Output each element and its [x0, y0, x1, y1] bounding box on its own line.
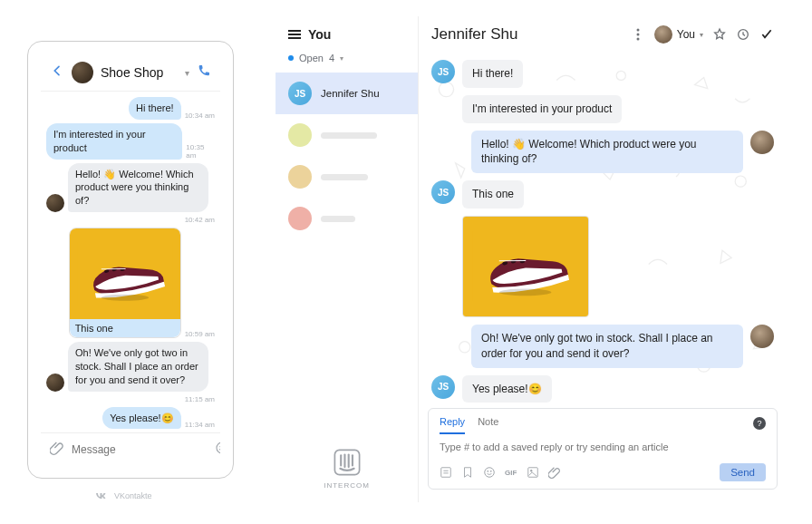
send-button[interactable]: Send [720, 463, 766, 481]
user-avatar: JS [431, 60, 455, 83]
shop-avatar-small [46, 194, 64, 212]
tab-reply[interactable]: Reply [440, 416, 465, 434]
chevron-down-icon: ▾ [340, 54, 343, 63]
conversation-header: Jennifer Shu You ▾ [419, 16, 787, 53]
composer-input[interactable] [440, 442, 766, 452]
chevron-down-icon[interactable]: ▾ [185, 68, 189, 78]
chat-title[interactable]: Shoe Shop [101, 65, 178, 80]
shop-avatar-small [46, 374, 64, 392]
placeholder-line [321, 174, 368, 180]
vk-logo-icon [95, 491, 110, 500]
intercom-brand-label: INTERCOM [324, 481, 370, 490]
user-avatar [288, 165, 312, 189]
snooze-icon[interactable] [736, 27, 750, 42]
timestamp: 11:15 am [185, 395, 215, 403]
vk-label: VKontakte [114, 491, 152, 500]
call-icon[interactable] [197, 63, 211, 82]
phone-mockup: Shoe Shop ▾ Hi there!10:34 am I'm intere… [27, 41, 234, 479]
tab-note[interactable]: Note [478, 416, 498, 434]
user-avatar [288, 123, 312, 147]
message-out: Oh! We've only got two in stock. Shall I… [471, 325, 743, 368]
image-message[interactable]: This one [69, 228, 181, 338]
shoe-image [463, 217, 588, 316]
message-input[interactable] [72, 443, 208, 456]
assignee-label: You [677, 28, 695, 41]
assignee-chip[interactable]: You ▾ [654, 25, 703, 44]
sidebar-header: You [276, 16, 418, 49]
svg-point-16 [636, 34, 639, 36]
chevron-down-icon: ▾ [700, 31, 703, 39]
message-in: This one [462, 180, 524, 209]
conversation-list: JS Jennifer Shu [276, 73, 418, 239]
user-avatar: JS [431, 180, 455, 204]
agent-avatar [750, 131, 774, 154]
emoji-icon[interactable] [483, 466, 496, 479]
message-in: Oh! We've only got two in stock. Shall I… [68, 342, 208, 392]
conversation-item[interactable] [276, 198, 418, 239]
conversation-item[interactable] [276, 156, 418, 198]
filter-label: Open [299, 53, 324, 63]
svg-point-17 [636, 38, 639, 41]
svg-point-27 [530, 470, 532, 471]
attachment-icon[interactable] [50, 441, 64, 458]
intercom-logo-icon [332, 447, 362, 478]
filter-count: 4 [329, 53, 334, 63]
user-avatar: JS [288, 82, 312, 105]
vk-brand: VKontakte [95, 491, 152, 500]
composer-toolbar: GIF Send [429, 460, 777, 489]
image-icon[interactable] [527, 466, 539, 479]
message-out: Hello! 👋 Welcome! Which product were you… [471, 131, 743, 174]
svg-point-15 [636, 29, 639, 32]
shoe-image [70, 228, 180, 319]
sidebar-title: You [308, 27, 331, 42]
message-out: Hi there! [129, 97, 181, 120]
timestamp: 10:59 am [185, 330, 215, 338]
message-pane: JSHi there! I'm interested in your produ… [419, 53, 787, 403]
placeholder-line [321, 132, 377, 139]
intercom-panel: You Open 4 ▾ JS Jennifer Shu [276, 16, 787, 502]
insert-article-icon[interactable] [440, 466, 452, 479]
message-in: Yes please!😊 [462, 375, 552, 403]
timestamp: 11:34 am [185, 421, 215, 429]
emoji-icon[interactable] [215, 441, 220, 458]
gif-icon[interactable]: GIF [505, 466, 517, 479]
image-caption: This one [70, 319, 180, 337]
svg-rect-25 [441, 468, 451, 478]
intercom-brand: INTERCOM [276, 434, 418, 502]
message-out: Yes please!😊 [102, 407, 180, 430]
message-in: Hi there! [462, 60, 523, 88]
star-icon[interactable] [712, 27, 727, 42]
message-out: I'm interested in your product [46, 123, 182, 160]
help-icon[interactable]: ? [753, 417, 766, 430]
back-icon[interactable] [50, 63, 64, 82]
shop-avatar[interactable] [72, 62, 93, 83]
menu-icon[interactable] [288, 28, 301, 41]
conversation-name: Jennifer Shu [321, 88, 380, 99]
timestamp: 10:42 am [185, 216, 215, 224]
attachment-icon[interactable] [548, 466, 561, 479]
more-icon[interactable] [631, 27, 645, 42]
phone-composer [41, 432, 220, 465]
user-avatar [288, 207, 312, 230]
agent-avatar [750, 325, 774, 348]
status-dot [288, 55, 294, 61]
timestamp: 10:34 am [185, 112, 215, 120]
filter-open[interactable]: Open 4 ▾ [276, 49, 418, 73]
image-message[interactable] [462, 216, 589, 317]
composer: ? Reply Note GIF Send [428, 408, 778, 490]
conversation-item-selected[interactable]: JS Jennifer Shu [276, 73, 418, 114]
agent-avatar [654, 25, 672, 44]
user-avatar: JS [431, 375, 455, 399]
message-in: Hello! 👋 Welcome! Which product were you… [68, 163, 208, 213]
conversation-pane: Jennifer Shu You ▾ JSHi there! [419, 16, 787, 502]
bookmark-icon[interactable] [461, 466, 474, 479]
phone-messages: Hi there!10:34 am I'm interested in your… [41, 92, 220, 432]
conversation-item[interactable] [276, 114, 418, 156]
message-in: I'm interested in your product [462, 95, 622, 123]
close-conversation-icon[interactable] [759, 27, 774, 42]
conversation-title: Jennifer Shu [431, 25, 622, 44]
composer-tabs: Reply Note [429, 409, 777, 434]
timestamp: 10:35 am [186, 143, 215, 160]
inbox-sidebar: You Open 4 ▾ JS Jennifer Shu [276, 16, 419, 502]
placeholder-line [321, 216, 355, 222]
